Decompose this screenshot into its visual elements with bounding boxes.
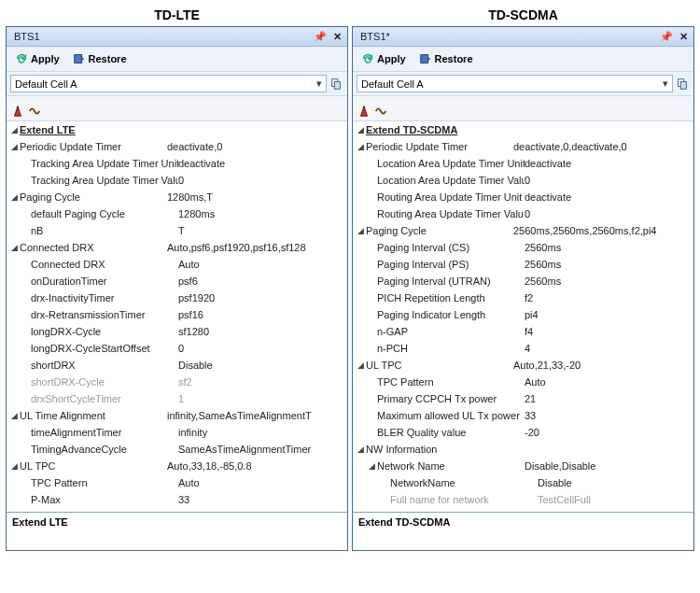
expand-toggle[interactable]: ◢: [8, 192, 20, 202]
property-value[interactable]: 1280ms: [178, 208, 343, 219]
property-row[interactable]: Paging Interval (CS)2560ms: [353, 239, 693, 256]
property-row[interactable]: longDRX-Cyclesf1280: [7, 323, 347, 340]
apply-button[interactable]: Apply: [10, 50, 64, 67]
property-row[interactable]: ◢Connected DRXAuto,psf6,psf1920,psf16,sf…: [7, 239, 347, 256]
expand-toggle[interactable]: ◢: [355, 360, 366, 370]
property-value[interactable]: 0: [525, 208, 690, 219]
property-value[interactable]: Auto: [525, 376, 690, 388]
property-value[interactable]: 33: [178, 494, 343, 505]
property-row[interactable]: ◢UL Time Alignmentinfinity,SameAsTimeAli…: [7, 407, 347, 424]
property-value[interactable]: f4: [525, 326, 690, 337]
property-value[interactable]: deactivate: [525, 191, 690, 203]
property-value[interactable]: deactivate: [178, 158, 343, 169]
property-row[interactable]: ◢NW Information: [353, 441, 693, 458]
property-row[interactable]: Tracking Area Update Timer Valu0: [7, 172, 347, 189]
property-row[interactable]: Connected DRXAuto: [7, 256, 347, 273]
property-row[interactable]: drx-RetransmissionTimerpsf16: [7, 306, 347, 323]
property-value[interactable]: Disable: [178, 360, 343, 371]
property-row[interactable]: drxShortCycleTimer1: [7, 390, 347, 407]
property-row[interactable]: Location Area Update Timer Unitdeactivat…: [353, 155, 693, 172]
property-row[interactable]: Full name for networkTestCellFull: [353, 491, 693, 508]
property-row[interactable]: Tracking Area Update Timer Unitdeactivat…: [7, 155, 347, 172]
property-value[interactable]: Auto,33,18,-85,0.8: [167, 460, 343, 472]
property-row[interactable]: ◢Extend LTE: [7, 121, 347, 138]
expand-toggle[interactable]: ◢: [355, 445, 366, 454]
cell-select[interactable]: Default Cell A▾: [10, 75, 327, 92]
property-row[interactable]: ◢UL TPCAuto,21,33,-20: [353, 357, 693, 374]
expand-toggle[interactable]: ◢: [355, 226, 366, 235]
property-row[interactable]: Maximum allowed UL Tx power33: [353, 407, 693, 424]
property-value[interactable]: infinity: [178, 427, 343, 438]
property-row[interactable]: ◢Extend TD-SCDMA: [353, 121, 693, 138]
property-row[interactable]: n-PCH4: [353, 340, 693, 357]
property-value[interactable]: psf1920: [178, 292, 343, 304]
property-value[interactable]: infinity,SameAsTimeAlignmentT: [167, 410, 343, 421]
property-row[interactable]: drx-InactivityTimerpsf1920: [7, 289, 347, 306]
property-row[interactable]: PICH Repetition Lengthf2: [353, 289, 693, 306]
expand-toggle[interactable]: ◢: [355, 142, 366, 151]
property-row[interactable]: longDRX-CycleStartOffset0: [7, 340, 347, 357]
expand-toggle[interactable]: ◢: [355, 125, 366, 134]
property-row[interactable]: default Paging Cycle1280ms: [7, 205, 347, 222]
property-value[interactable]: deactivate,0: [167, 141, 343, 152]
close-icon[interactable]: ✕: [677, 30, 690, 43]
antenna-icon[interactable]: [10, 104, 25, 119]
restore-button[interactable]: Restore: [68, 50, 132, 67]
expand-toggle[interactable]: ◢: [8, 243, 20, 252]
property-row[interactable]: Paging Indicator Lengthpi4: [353, 306, 693, 323]
property-row[interactable]: ◢Periodic Update Timerdeactivate,0: [7, 138, 347, 155]
expand-toggle[interactable]: ◢: [8, 125, 20, 134]
property-grid[interactable]: ◢Extend TD-SCDMA◢Periodic Update Timerde…: [353, 121, 693, 512]
pin-icon[interactable]: 📌: [314, 30, 327, 43]
property-row[interactable]: Paging Interval (UTRAN)2560ms: [353, 273, 693, 289]
waveform-icon[interactable]: [27, 104, 42, 119]
property-grid[interactable]: ◢Extend LTE◢Periodic Update Timerdeactiv…: [7, 121, 347, 512]
restore-button[interactable]: Restore: [414, 50, 478, 67]
property-value[interactable]: 2560ms: [525, 275, 690, 287]
property-value[interactable]: deactivate,0,deactivate,0: [513, 141, 690, 152]
property-value[interactable]: 2560ms,2560ms,2560ms,f2,pi4: [513, 225, 690, 236]
property-value[interactable]: sf2: [178, 376, 343, 388]
property-row[interactable]: NetworkNameDisable: [353, 474, 693, 491]
property-value[interactable]: psf6: [178, 275, 343, 287]
expand-toggle[interactable]: ◢: [8, 142, 20, 151]
copy-button[interactable]: [675, 77, 690, 92]
property-row[interactable]: TimingAdvanceCycleSameAsTimeAlignmentTim…: [7, 441, 347, 458]
property-value[interactable]: f2: [525, 292, 690, 304]
property-row[interactable]: TPC PatternAuto: [353, 374, 693, 390]
property-row[interactable]: ◢Paging Cycle2560ms,2560ms,2560ms,f2,pi4: [353, 222, 693, 239]
property-value[interactable]: Auto,psf6,psf1920,psf16,sf128: [167, 242, 343, 253]
property-value[interactable]: 2560ms: [525, 259, 690, 270]
panel-tab[interactable]: BTS1: [7, 29, 48, 44]
property-row[interactable]: ◢Network NameDisable,Disable: [353, 458, 693, 474]
property-value[interactable]: -20: [525, 427, 690, 438]
property-value[interactable]: Disable,Disable: [525, 460, 690, 472]
copy-button[interactable]: [329, 77, 343, 92]
property-row[interactable]: BLER Quality value-20: [353, 424, 693, 441]
property-value[interactable]: deactivate: [525, 158, 690, 169]
property-value[interactable]: 1: [178, 393, 343, 404]
property-value[interactable]: 0: [178, 175, 343, 186]
property-row[interactable]: P-Max33: [7, 491, 347, 508]
property-row[interactable]: ◢Periodic Update Timerdeactivate,0,deact…: [353, 138, 693, 155]
property-value[interactable]: 21: [525, 393, 690, 404]
property-row[interactable]: timeAlignmentTimerinfinity: [7, 424, 347, 441]
property-value[interactable]: 4: [525, 343, 690, 354]
apply-button[interactable]: Apply: [357, 50, 411, 67]
antenna-icon[interactable]: [357, 104, 371, 119]
property-value[interactable]: 1280ms,T: [167, 191, 343, 203]
property-row[interactable]: TPC PatternAuto: [7, 474, 347, 491]
expand-toggle[interactable]: ◢: [8, 411, 20, 420]
panel-tab[interactable]: BTS1*: [353, 29, 398, 44]
property-row[interactable]: Location Area Update Timer Valu0: [353, 172, 693, 189]
expand-toggle[interactable]: ◢: [8, 461, 20, 471]
property-value[interactable]: sf1280: [178, 326, 343, 337]
property-value[interactable]: psf16: [178, 309, 343, 320]
property-row[interactable]: Paging Interval (PS)2560ms: [353, 256, 693, 273]
cell-select[interactable]: Default Cell A▾: [357, 75, 673, 92]
property-row[interactable]: Routing Area Update Timer Valu0: [353, 205, 693, 222]
property-row[interactable]: Primary CCPCH Tx power21: [353, 390, 693, 407]
property-value[interactable]: Disable: [538, 477, 690, 488]
waveform-icon[interactable]: [373, 104, 388, 119]
close-icon[interactable]: ✕: [330, 30, 343, 43]
